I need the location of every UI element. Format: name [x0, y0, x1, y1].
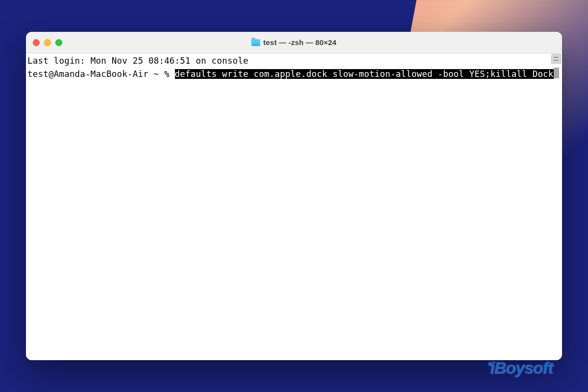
terminal-window: test — -zsh — 80×24 Last login: Mon Nov … [26, 32, 562, 360]
window-titlebar[interactable]: test — -zsh — 80×24 [26, 32, 562, 53]
terminal-cursor [554, 68, 559, 78]
window-title-group: test — -zsh — 80×24 [26, 38, 562, 47]
terminal-line-prompt: test@Amanda-MacBook-Air ~ % defaults wri… [27, 68, 561, 81]
minimize-window-button[interactable] [44, 39, 51, 46]
terminal-line-last-login: Last login: Mon Nov 25 08:46:51 on conso… [27, 55, 561, 68]
shell-prompt: test@Amanda-MacBook-Air ~ % [27, 69, 175, 79]
selected-command-text[interactable]: defaults write com.apple.dock slow-motio… [175, 69, 554, 79]
window-title: test — -zsh — 80×24 [263, 38, 336, 47]
folder-icon [251, 39, 260, 46]
maximize-window-button[interactable] [55, 39, 62, 46]
watermark-text: iBoysoft [490, 358, 553, 377]
close-window-button[interactable] [33, 39, 40, 46]
traffic-lights [33, 39, 62, 46]
watermark-logo: •iBoysoft [486, 358, 553, 377]
terminal-viewport[interactable]: Last login: Mon Nov 25 08:46:51 on conso… [26, 53, 562, 360]
scroll-indicator-icon[interactable] [551, 54, 561, 64]
